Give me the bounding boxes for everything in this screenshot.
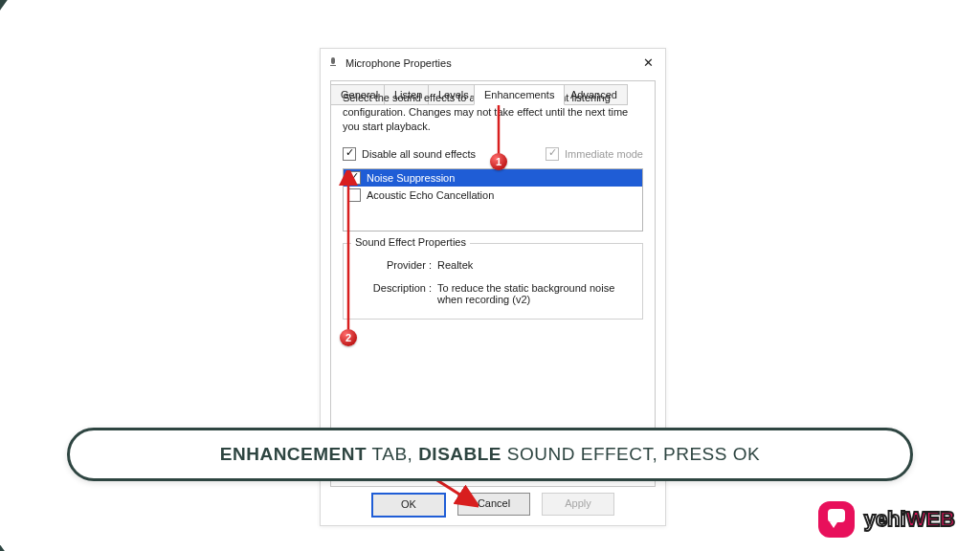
list-item[interactable]: Acoustic Echo Cancellation: [344, 187, 642, 204]
description-label: Description :: [357, 282, 437, 305]
immediate-mode-label: Immediate mode: [565, 148, 643, 160]
instruction-banner: ENHANCEMENT TAB, DISABLE SOUND EFFECT, P…: [67, 428, 913, 481]
disable-all-checkbox[interactable]: [343, 147, 356, 161]
dialog-title: Microphone Properties: [345, 57, 639, 69]
close-icon[interactable]: ✕: [639, 55, 657, 71]
list-item[interactable]: Noise Suppression: [344, 169, 642, 187]
effect-label: Acoustic Echo Cancellation: [367, 189, 494, 201]
banner-text-1: TAB,: [367, 444, 418, 464]
brand-text: yehiWEB: [864, 507, 955, 532]
banner-strong-2: DISABLE: [418, 444, 501, 464]
cancel-button[interactable]: Cancel: [457, 493, 530, 516]
dialog-titlebar: Microphone Properties ✕: [321, 49, 665, 75]
annotation-marker-1: 1: [490, 153, 507, 170]
effect-label: Noise Suppression: [367, 172, 455, 184]
brand-logo: yehiWEB: [818, 501, 955, 538]
description-row: Description : To reduce the static backg…: [357, 282, 629, 305]
effects-listbox[interactable]: Noise Suppression Acoustic Echo Cancella…: [343, 168, 643, 231]
provider-label: Provider :: [357, 259, 437, 271]
sound-effect-properties-group: Sound Effect Properties Provider : Realt…: [343, 243, 643, 320]
effect-checkbox[interactable]: [347, 188, 361, 202]
group-legend: Sound Effect Properties: [351, 236, 470, 248]
brand-name-2: WEB: [906, 507, 955, 531]
description-value: To reduce the static background noise wh…: [437, 282, 629, 305]
microphone-icon: [328, 57, 340, 69]
apply-button: Apply: [542, 493, 614, 516]
brand-badge-icon: [818, 501, 855, 538]
immediate-mode-checkbox: [546, 147, 559, 161]
provider-value: Realtek: [437, 259, 629, 271]
annotation-marker-2: 2: [340, 329, 357, 346]
banner-text-2: SOUND EFFECT, PRESS OK: [501, 444, 760, 464]
banner-strong-1: ENHANCEMENT: [220, 444, 367, 464]
ok-button[interactable]: OK: [371, 493, 446, 518]
tab-enhancements[interactable]: Enhancements: [474, 84, 565, 105]
stage: Microphone Properties ✕ General Listen L…: [0, 0, 980, 551]
brand-name-1: yehi: [864, 507, 906, 531]
enhancements-tab-page: Select the sound effects to apply for yo…: [330, 80, 656, 487]
provider-row: Provider : Realtek: [357, 259, 629, 271]
dialog-button-row: OK Cancel Apply: [321, 493, 665, 518]
disable-all-label: Disable all sound effects: [362, 148, 476, 160]
effect-checkbox[interactable]: [347, 171, 361, 185]
